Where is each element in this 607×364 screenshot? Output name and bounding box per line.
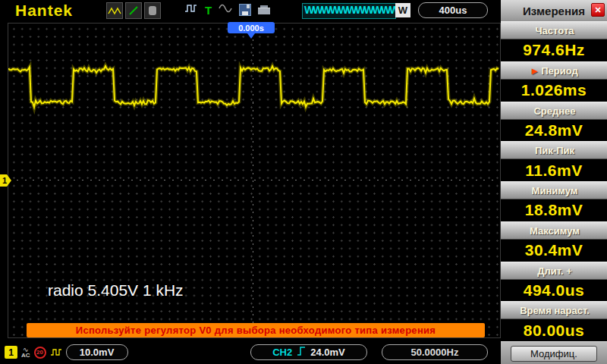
measurement-item[interactable]: Длит. + 494.0us (501, 262, 607, 302)
bw-limit-icon (50, 346, 62, 359)
measurement-label: Длит. + (501, 262, 607, 280)
close-icon[interactable]: ✕ (591, 3, 605, 17)
measurement-value: 30.4mV (501, 240, 607, 262)
waveform-icon[interactable] (106, 2, 123, 19)
measurement-item[interactable]: Минимум 18.8mV (501, 181, 607, 221)
measurement-label: Частота (501, 21, 607, 39)
window-indicator: W (395, 3, 410, 17)
trigger-icon[interactable]: T (205, 4, 212, 17)
measurement-item[interactable]: Пик-Пик 11.6mV (501, 141, 607, 181)
measurement-item[interactable]: Время нараст. 80.00us (501, 301, 607, 341)
measurement-value: 494.0us (501, 280, 607, 302)
ch1-scale-readout[interactable]: 10.0mV (66, 344, 128, 360)
measurement-label: Минимум (501, 181, 607, 199)
measurements-panel: Измерения ✕ Частота 974.6Hz ►Период 1.02… (501, 0, 607, 364)
measurements-header: Измерения ✕ (501, 0, 607, 21)
rising-edge-icon (297, 346, 306, 359)
measurement-label: Среднее (501, 102, 607, 120)
pulse-icon[interactable] (184, 3, 198, 17)
display-icon-group (106, 2, 163, 19)
channel1-badge[interactable]: 1 (5, 346, 17, 359)
slope-icon[interactable] (125, 2, 142, 19)
ac-coupling-icon: ∿ AC (21, 347, 30, 358)
channel1-status-group: 1 ∿ AC 20 10.0mV (5, 344, 128, 360)
trigger-position-pointer (247, 33, 255, 39)
measurement-value: 1.026ms (501, 80, 607, 102)
modify-button[interactable]: Модифиц. (511, 346, 597, 362)
save-icon[interactable] (239, 4, 251, 16)
waveform-display: radio 5.405V 1 kHz (8, 23, 501, 338)
attenuation-badge: 20 (34, 347, 46, 359)
bottom-status-bar: 1 ∿ AC 20 10.0mV CH2 24.0mV 50.0000Hz (0, 341, 501, 364)
measurement-list: Частота 974.6Hz ►Период 1.026ms Среднее … (501, 21, 607, 341)
waveform-memory-bar[interactable]: WWWWWWWWWWWW (302, 3, 396, 19)
measurement-item[interactable]: Частота 974.6Hz (501, 21, 607, 61)
timebase-readout[interactable]: 400us (418, 2, 488, 18)
measurement-label: Время нараст. (501, 301, 607, 319)
trigger-source-readout[interactable]: CH2 24.0mV (250, 344, 367, 360)
measurement-value: 11.6mV (501, 159, 607, 181)
measurement-item[interactable]: ►Период 1.026ms (501, 61, 607, 102)
print-icon[interactable] (258, 5, 270, 14)
measurement-value: 974.6Hz (501, 39, 607, 61)
measurement-value: 80.00us (501, 319, 607, 341)
top-toolbar: Hantek T WWWWWWWWWWWW W 400us (0, 0, 501, 21)
measurement-label: ►Период (501, 61, 607, 80)
hint-bar: Используйте регулятор V0 для выбора необ… (27, 323, 485, 337)
sine-icon[interactable] (219, 3, 232, 17)
measurement-label: Максимум (501, 221, 607, 240)
cursor-icon[interactable] (144, 2, 161, 19)
frequency-counter-readout[interactable]: 50.0000Hz (382, 344, 488, 360)
measurement-item[interactable]: Максимум 30.4mV (501, 221, 607, 262)
oscilloscope-screen: Hantek T WWWWWWWWWWWW W 400us (0, 0, 607, 364)
selection-arrow-icon: ► (530, 65, 539, 77)
measurement-label: Пик-Пик (501, 141, 607, 159)
measurement-value: 24.8mV (501, 120, 607, 142)
trigger-position-label[interactable]: 0.000s (228, 22, 275, 33)
sidebar-footer: Модифиц. (501, 341, 607, 364)
measurement-item[interactable]: Среднее 24.8mV (501, 102, 607, 142)
waveform-annotation: radio 5.405V 1 kHz (48, 281, 184, 300)
hantek-logo: Hantek (15, 2, 73, 20)
measurement-value: 18.8mV (501, 199, 607, 221)
trigger-icon-group: T (184, 3, 270, 17)
